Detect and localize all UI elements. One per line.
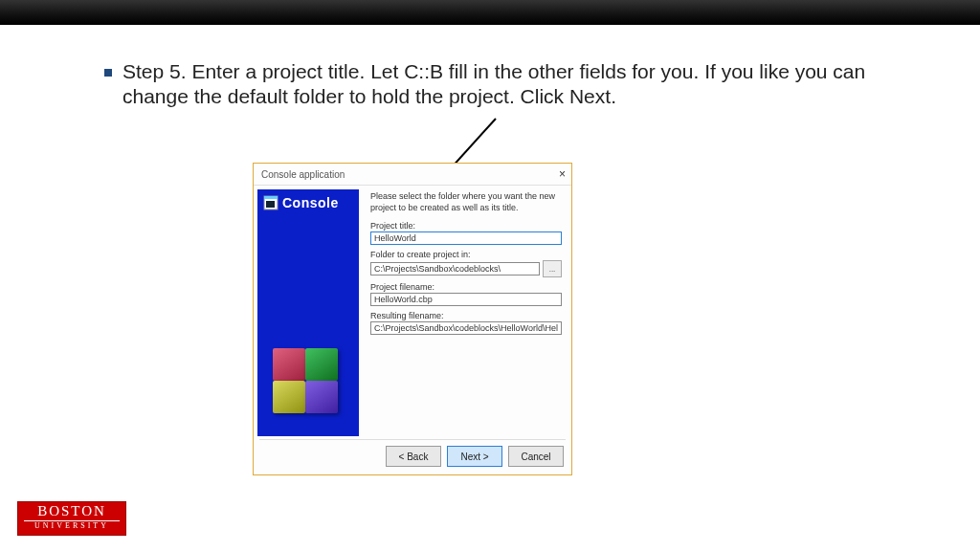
dialog-form: Please select the folder where you want … bbox=[359, 186, 571, 436]
browse-button[interactable]: ... bbox=[543, 260, 562, 277]
logo-line1: BOSTON bbox=[18, 504, 125, 518]
project-title-input[interactable] bbox=[370, 231, 562, 245]
dialog-title: Console application bbox=[261, 169, 345, 180]
svg-rect-3 bbox=[264, 196, 278, 199]
next-button[interactable]: Next > bbox=[447, 446, 502, 467]
dialog-separator bbox=[259, 439, 566, 440]
console-application-dialog: Console application × Console Please sel… bbox=[253, 163, 572, 475]
project-filename-label: Project filename: bbox=[370, 282, 562, 292]
dialog-titlebar: Console application × bbox=[254, 164, 571, 186]
boston-university-logo: BOSTON UNIVERSITY bbox=[17, 501, 126, 536]
slide-body: Step 5. Enter a project title. Let C::B … bbox=[0, 25, 980, 551]
resulting-filename-input[interactable] bbox=[370, 321, 562, 335]
logo-line2: UNIVERSITY bbox=[24, 520, 120, 530]
bullet-icon bbox=[104, 65, 116, 77]
folder-input[interactable] bbox=[370, 262, 540, 276]
console-window-icon bbox=[263, 195, 278, 210]
dialog-button-row: < Back Next > Cancel bbox=[386, 446, 564, 467]
close-icon[interactable]: × bbox=[559, 167, 566, 181]
side-console-label: Console bbox=[263, 195, 339, 210]
project-title-label: Project title: bbox=[370, 221, 562, 231]
dialog-side-panel: Console bbox=[257, 189, 359, 436]
cancel-button[interactable]: Cancel bbox=[508, 446, 564, 467]
project-filename-input[interactable] bbox=[370, 293, 562, 306]
resulting-filename-label: Resulting filename: bbox=[370, 311, 562, 320]
svg-rect-4 bbox=[266, 201, 275, 208]
codeblocks-logo-icon bbox=[273, 348, 340, 415]
form-hint: Please select the folder where you want … bbox=[370, 191, 562, 213]
folder-label: Folder to create project in: bbox=[370, 250, 562, 259]
step-description: Step 5. Enter a project title. Let C::B … bbox=[122, 59, 869, 110]
back-button[interactable]: < Back bbox=[386, 446, 441, 467]
presentation-top-bar bbox=[0, 0, 980, 25]
